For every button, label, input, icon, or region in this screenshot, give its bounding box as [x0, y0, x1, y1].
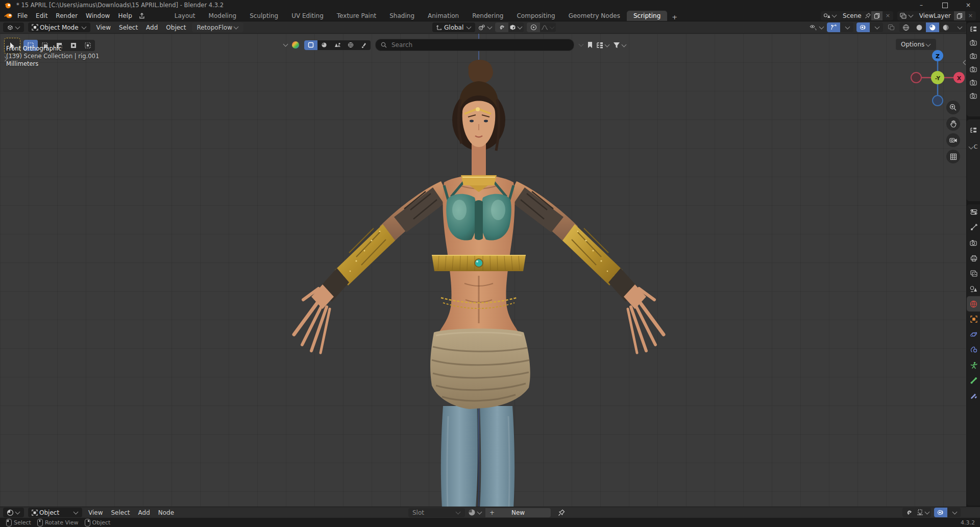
node-menu-select[interactable]: Select — [107, 507, 134, 518]
node-snap-settings-dropdown[interactable] — [916, 508, 931, 517]
shading-material-preview-button[interactable] — [926, 22, 939, 32]
filter-material-toggle[interactable] — [317, 40, 331, 50]
maximize-button[interactable] — [933, 0, 957, 10]
properties-editor-icon[interactable] — [967, 204, 980, 220]
tab-output-properties[interactable] — [967, 250, 980, 266]
vp-menu-select[interactable]: Select — [115, 22, 142, 33]
filter-selected-toggle[interactable] — [304, 40, 317, 50]
unlink-scene-button[interactable]: × — [883, 12, 893, 19]
tab-bone-properties[interactable] — [967, 373, 980, 388]
viewport-3d[interactable]: Options Front Orthographic (139) Scene C… — [0, 34, 966, 507]
tab-render-properties[interactable] — [967, 235, 980, 250]
node-menu-view[interactable]: View — [84, 507, 107, 518]
catalog-sphere-icon[interactable] — [291, 41, 300, 49]
shading-dropdown[interactable] — [952, 22, 966, 32]
new-viewlayer-button[interactable] — [954, 11, 965, 20]
navigation-gizmo[interactable]: X Z -Y — [910, 47, 966, 108]
tab-shading[interactable]: Shading — [383, 11, 421, 21]
toggle-view-grid-button[interactable] — [946, 150, 960, 163]
menu-render[interactable]: Render — [52, 10, 82, 21]
remove-viewlayer-button[interactable]: × — [965, 12, 976, 19]
retopoflow-menu[interactable]: RetopoFlow — [192, 22, 243, 32]
viewlayer-name[interactable]: ViewLayer — [916, 12, 954, 19]
menu-edit[interactable]: Edit — [32, 10, 52, 21]
pin-icon[interactable] — [558, 509, 565, 516]
character-model[interactable] — [280, 49, 678, 507]
tab-bone-constraints-properties[interactable] — [967, 388, 980, 403]
proportional-editing-toggle[interactable] — [527, 22, 540, 32]
show-gizmo-toggle[interactable] — [827, 22, 840, 32]
scene-name[interactable]: Scene — [840, 12, 865, 19]
pan-button[interactable] — [946, 117, 960, 131]
node-overlays-toggle[interactable] — [934, 508, 947, 517]
vp-menu-view[interactable]: View — [92, 22, 115, 33]
mode-dropdown[interactable]: Object Mode — [28, 22, 90, 32]
tab-layout[interactable]: Layout — [168, 11, 202, 21]
tab-rendering[interactable]: Rendering — [465, 11, 510, 21]
vp-menu-add[interactable]: Add — [142, 22, 162, 33]
node-menu-add[interactable]: Add — [134, 507, 154, 518]
tab-sculpting[interactable]: Sculpting — [243, 11, 285, 21]
snap-settings-dropdown[interactable] — [508, 22, 524, 32]
tab-animation[interactable]: Animation — [421, 11, 465, 21]
tab-compositing[interactable]: Compositing — [510, 11, 561, 21]
shading-solid-button[interactable] — [913, 22, 926, 32]
shader-type-dropdown[interactable]: Object — [28, 508, 82, 517]
menu-help[interactable]: Help — [114, 10, 136, 21]
blender-menu-logo[interactable] — [4, 12, 13, 19]
tab-world-properties[interactable] — [967, 296, 980, 312]
outliner-row-camera[interactable] — [967, 36, 980, 49]
viewlayer-browse-button[interactable] — [897, 11, 916, 20]
tab-object-properties[interactable] — [967, 312, 980, 327]
browse-material-dropdown[interactable] — [468, 509, 482, 516]
node-editor-type-button[interactable] — [3, 508, 24, 517]
filter-dropdown[interactable] — [613, 42, 627, 49]
camera-view-button[interactable] — [946, 133, 960, 147]
menu-window[interactable]: Window — [82, 10, 114, 21]
node-menu-node[interactable]: Node — [154, 507, 178, 518]
snap-toggle[interactable] — [495, 22, 508, 32]
zoom-button[interactable] — [946, 101, 960, 114]
outliner-row-camera[interactable] — [967, 89, 980, 102]
tab-constraints-properties[interactable] — [967, 342, 980, 357]
node-snap-toggle[interactable] — [902, 508, 916, 517]
selectability-visibility-dropdown[interactable] — [808, 22, 825, 32]
pivot-point-dropdown[interactable] — [477, 22, 494, 32]
search-input[interactable] — [390, 41, 546, 49]
outliner-row-camera[interactable] — [967, 49, 980, 62]
tab-modeling[interactable]: Modeling — [202, 11, 243, 21]
minimize-button[interactable]: – — [910, 0, 933, 10]
gizmo-dropdown[interactable] — [840, 22, 853, 32]
vp-menu-object[interactable]: Object — [162, 22, 190, 33]
transform-orientation-dropdown[interactable]: Global — [432, 22, 475, 32]
outliner-display-mode-dropdown[interactable]: C — [967, 140, 980, 153]
tab-scene-properties[interactable] — [967, 281, 980, 296]
tab-viewlayer-properties[interactable] — [967, 266, 980, 281]
add-workspace-button[interactable]: + — [667, 13, 682, 21]
bookmark-icon[interactable] — [587, 41, 593, 49]
export-share-icon[interactable] — [138, 12, 145, 19]
material-slot-dropdown[interactable]: Slot — [408, 508, 465, 517]
tab-scripting[interactable]: Scripting — [627, 11, 667, 21]
outliner-editor-icon[interactable] — [967, 124, 980, 137]
proportional-falloff-dropdown[interactable] — [540, 22, 556, 32]
new-material-button[interactable]: + New — [485, 508, 551, 517]
display-mode-dropdown[interactable] — [596, 42, 610, 49]
node-overlays-dropdown[interactable] — [947, 508, 961, 517]
tab-texture-paint[interactable]: Texture Paint — [330, 11, 383, 21]
filter-mesh-toggle[interactable] — [331, 40, 344, 50]
editor-type-button[interactable] — [3, 22, 24, 32]
xray-toggle[interactable] — [885, 22, 898, 32]
filter-world-toggle[interactable] — [344, 40, 357, 50]
outliner-editor-icon[interactable] — [967, 22, 980, 36]
menu-file[interactable]: File — [13, 10, 32, 21]
shading-rendered-button[interactable] — [939, 22, 952, 32]
outliner-row-camera[interactable] — [967, 62, 980, 76]
tab-uv-editing[interactable]: UV Editing — [285, 11, 330, 21]
shading-wireframe-button[interactable] — [899, 22, 913, 32]
overlays-dropdown[interactable] — [870, 22, 883, 32]
close-button[interactable]: × — [957, 0, 980, 10]
pin-icon[interactable] — [865, 12, 871, 19]
scene-browse-button[interactable] — [821, 11, 840, 20]
collapse-chevron-icon[interactable] — [283, 41, 288, 46]
